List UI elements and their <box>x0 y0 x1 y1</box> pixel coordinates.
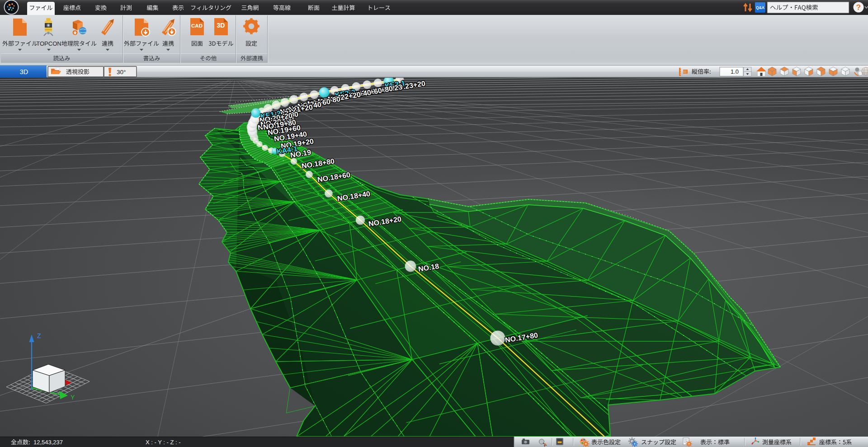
svg-text:3D: 3D <box>20 68 28 75</box>
svg-text:1.0: 1.0 <box>731 68 739 75</box>
svg-text:Q&A: Q&A <box>756 5 764 10</box>
svg-text:?: ? <box>856 3 861 12</box>
svg-text:CAD: CAD <box>191 23 203 28</box>
svg-text:3D: 3D <box>217 22 225 29</box>
svg-text:12,543,237: 12,543,237 <box>33 439 63 446</box>
svg-text:X : - Y : - Z : -: X : - Y : - Z : - <box>146 439 181 446</box>
svg-text:TOPCON: TOPCON <box>36 40 61 47</box>
svg-text:Z: Z <box>37 332 41 339</box>
svg-text:Y: Y <box>71 394 75 401</box>
svg-text:30°: 30° <box>117 69 126 75</box>
